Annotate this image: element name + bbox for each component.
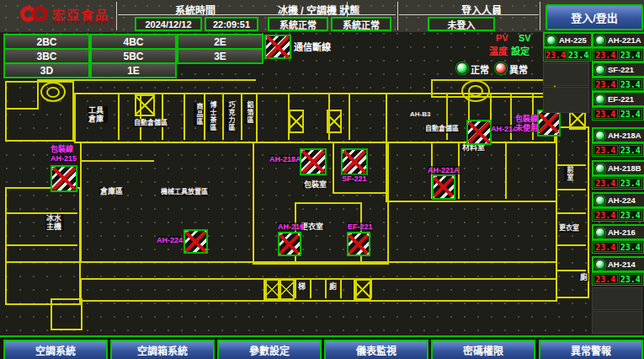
unit-row-ef221[interactable]: EF-221 — [592, 91, 644, 107]
room-label: 倉庫區 — [99, 187, 124, 196]
unit-values: 23.423.4 — [592, 176, 644, 190]
map-ahu-icon-ah224[interactable] — [184, 229, 208, 254]
room-label: 更衣室 — [558, 224, 580, 233]
stairs-icon — [135, 94, 155, 116]
unit-values: 23.423.4 — [592, 240, 644, 254]
map-unit-label: AH-218A — [269, 155, 301, 163]
map-ahu-icon-ah215[interactable] — [51, 165, 77, 192]
room-label: 博士茶區 — [207, 101, 217, 131]
fan-symbol-icon — [461, 80, 490, 102]
pv-sub-legend: 溫度 — [489, 44, 508, 57]
map-unit-label: AH-221A — [428, 166, 460, 174]
room-label: 機械工具放置區 — [160, 188, 209, 196]
login-logout-button[interactable]: 登入/登出 — [546, 4, 643, 30]
unit-status-lamp-icon — [595, 65, 605, 75]
nav-meter-monitor-button[interactable]: 儀表監視 — [324, 340, 428, 359]
stairs-icon — [278, 279, 295, 300]
unit-values: 23.423.4 — [592, 48, 644, 62]
brand-name-en: HUNYA FOODS — [54, 19, 115, 25]
map-unit-label: EF-221 — [348, 222, 373, 231]
unit-status-lamp-icon — [595, 163, 605, 174]
normal-legend-label: 正常 — [471, 62, 489, 76]
room-label: 前室 — [564, 166, 574, 181]
map-ahu-icon-ah221a[interactable] — [432, 174, 455, 200]
nav-parameter-set-button[interactable]: 參數設定 — [217, 340, 322, 359]
floor-button-3d[interactable]: 3D — [3, 62, 90, 78]
room-label: 鋁箔區 — [244, 101, 254, 124]
unit-status-lamp-icon — [595, 94, 605, 104]
unit-values: 23.423.4 — [592, 272, 644, 286]
map-ahu-icon-unused[interactable] — [537, 110, 561, 137]
comm-fail-legend-icon — [264, 35, 291, 59]
bottom-nav: 空調系統 空調箱系統 參數設定 儀表監視 密碼權限 異常警報 — [0, 335, 644, 359]
floor-button-3e[interactable]: 3E — [177, 48, 263, 64]
nav-alarm-button[interactable]: 異常警報 — [539, 340, 643, 359]
map-unit-label: 包裝線 — [51, 145, 73, 153]
unit-row-ah214[interactable]: AH-214 — [592, 256, 644, 272]
map-ahu-icon-ah214[interactable] — [466, 120, 492, 145]
stairs-icon — [327, 110, 342, 133]
unit-status-lamp-icon — [595, 260, 605, 270]
unit-row-ah225[interactable]: AH-225 — [543, 32, 593, 48]
room-label: 廁 — [328, 282, 338, 291]
floor-button-1e[interactable]: 1E — [90, 62, 177, 78]
fan-symbol-icon — [40, 82, 66, 102]
ahu-status: 系統正常 — [331, 17, 391, 31]
map-unit-label: AH-215 — [51, 154, 77, 163]
brand-logo-icon — [32, 6, 48, 22]
unit-row-ah221a[interactable]: AH-221A — [592, 32, 644, 48]
unit-values: 23.423.4 — [592, 208, 644, 222]
unit-status-lamp-icon — [595, 131, 605, 141]
unit-values: 23.423.4 — [592, 107, 644, 121]
map-ahu-icon-sf221[interactable] — [341, 148, 368, 175]
unit-values: 23.423.4 — [543, 48, 591, 62]
room-label: 自動倉儲區 — [133, 119, 168, 127]
map-unit-label: AH-216 — [278, 222, 304, 231]
room-label: 梯 — [297, 282, 306, 291]
map-unit-label: 未使用 — [515, 124, 538, 132]
room-label: 自動倉儲區 — [424, 125, 460, 133]
unit-row-ah218a[interactable]: AH-218A — [592, 127, 644, 143]
system-time-value: 22:09:51 — [205, 17, 258, 31]
room-label: AH-B3 — [409, 110, 431, 119]
sv-legend: SV — [519, 33, 531, 43]
unit-row-sf221[interactable]: SF-221 — [592, 62, 644, 78]
unit-status-lamp-icon — [546, 35, 556, 46]
stairs-icon — [289, 110, 304, 133]
stairs-icon — [354, 279, 371, 300]
unit-name: AH-225 — [559, 35, 587, 45]
unit-values: 23.423.4 — [592, 143, 644, 157]
unit-status-lamp-icon — [595, 196, 605, 206]
unit-status-lamp-icon — [595, 35, 605, 46]
sv-sub-legend: 設定 — [511, 44, 530, 57]
unit-row-ah218b[interactable]: AH-218B — [592, 160, 644, 176]
chiller-status: 系統正常 — [268, 17, 328, 31]
abnormal-legend-label: 異常 — [509, 62, 528, 76]
room-label: 廁 — [579, 273, 588, 281]
unit-values: 23.423.4 — [592, 78, 644, 91]
empty-slot — [543, 62, 589, 86]
pv-legend: PV — [496, 33, 508, 43]
abnormal-lamp-icon — [495, 62, 507, 74]
map-unit-label: SF-221 — [342, 174, 367, 183]
header: 宏亞食品 HUNYA FOODS 系統時間 2024/12/12 22:09:5… — [0, 0, 644, 32]
map-ahu-icon-ef221[interactable] — [347, 232, 370, 256]
unit-status-lamp-icon — [595, 228, 605, 238]
login-user-value: 未登入 — [428, 17, 495, 31]
unit-row-ah216[interactable]: AH-216 — [592, 224, 644, 240]
normal-lamp-icon — [456, 62, 468, 74]
empty-slot — [592, 287, 642, 310]
map-ahu-icon-ah218a[interactable] — [300, 148, 327, 175]
nav-ahu-system-button[interactable]: 空調箱系統 — [110, 340, 215, 359]
nav-password-auth-button[interactable]: 密碼權限 — [431, 340, 535, 359]
comm-fail-legend-label: 通信斷線 — [294, 40, 331, 53]
room-label: 商品區 — [194, 103, 204, 126]
nav-ac-system-button[interactable]: 空調系統 — [3, 340, 108, 359]
room-label: 包裝室 — [303, 180, 327, 189]
hmi-screen: 宏亞食品 HUNYA FOODS 系統時間 2024/12/12 22:09:5… — [0, 0, 644, 359]
unit-row-ah224[interactable]: AH-224 — [592, 192, 644, 208]
map-ahu-icon-ah216[interactable] — [278, 232, 301, 256]
room-label: 巧克力區 — [226, 101, 236, 131]
room-label: 冰水主機 — [45, 214, 64, 231]
map-unit-label: AH-214 — [491, 125, 517, 133]
